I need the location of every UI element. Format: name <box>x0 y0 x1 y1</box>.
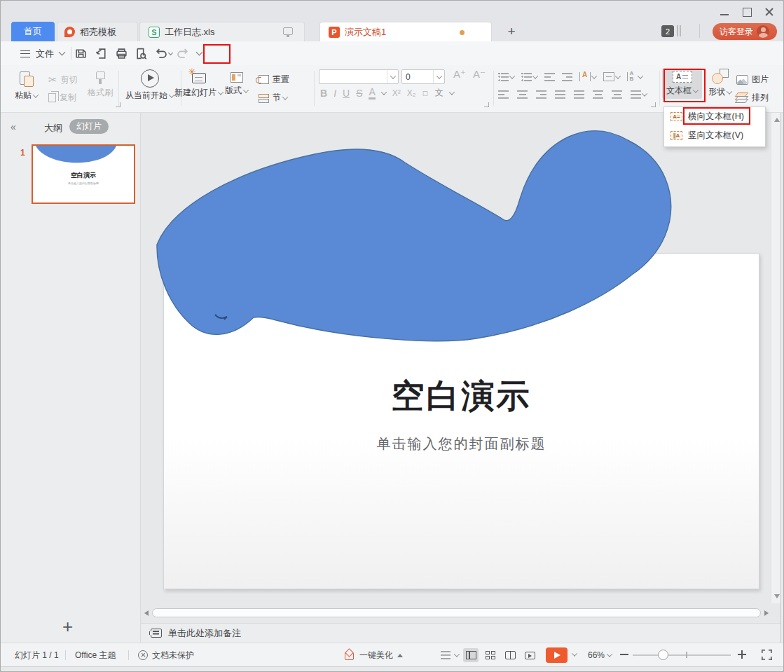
bullet-list-button[interactable] <box>498 73 514 81</box>
column-spacing-button[interactable] <box>593 90 603 99</box>
undo-chevron-icon[interactable] <box>168 50 173 55</box>
toolbar-customize-chevron-icon[interactable] <box>196 49 203 56</box>
slide-subtitle[interactable]: 单击输入您的封面副标题 <box>164 434 759 453</box>
scroll-right-icon[interactable] <box>764 610 769 616</box>
reset-button[interactable]: 重置 <box>259 74 289 85</box>
zoom-in-button[interactable] <box>738 650 746 659</box>
decrease-font-button[interactable]: A⁻ <box>473 68 486 81</box>
window-list-icon[interactable] <box>677 25 681 36</box>
text-direction-button[interactable] <box>579 72 596 81</box>
row-spacing-button[interactable] <box>612 90 622 99</box>
maximize-button[interactable] <box>743 8 752 16</box>
guest-login-button[interactable]: 访客登录 <box>713 23 777 40</box>
add-slide-button[interactable]: + <box>62 616 73 638</box>
zoom-out-button[interactable] <box>620 650 628 659</box>
pinyin-chevron-icon[interactable] <box>448 89 454 95</box>
save-icon[interactable] <box>75 48 87 60</box>
scroll-up-icon[interactable] <box>774 118 780 122</box>
format-painter-button[interactable]: 格式刷 <box>88 71 113 99</box>
strikethrough-button[interactable]: S <box>356 88 362 99</box>
justify-button[interactable] <box>555 90 565 99</box>
notes-bar[interactable]: 单击此处添加备注 <box>141 623 780 643</box>
char-spacing-button[interactable] <box>627 72 642 81</box>
slideshow-view-button[interactable] <box>522 648 537 662</box>
new-slide-button[interactable]: ✳ 新建幻灯片 <box>174 71 223 99</box>
italic-button[interactable]: I <box>333 88 336 99</box>
tab-home[interactable]: 首页 <box>11 22 55 41</box>
menu-item-horizontal-textbox[interactable]: A= 横向文本框(H) <box>664 107 765 126</box>
cut-button[interactable]: ✂剪切 <box>48 74 78 86</box>
align-left-button[interactable] <box>498 90 509 99</box>
protection-status[interactable]: 文档未保护 <box>138 643 194 667</box>
beautify-button[interactable]: 一键美化 <box>344 643 403 667</box>
window-count-badge[interactable]: 2 <box>661 25 674 37</box>
theme-label[interactable]: Office 主题 <box>75 643 116 667</box>
align-center-button[interactable] <box>517 90 528 99</box>
scroll-left-icon[interactable] <box>144 610 149 616</box>
section-button[interactable]: 节 <box>259 92 287 104</box>
slide-thumbnail-selected[interactable]: 空白演示 单击输入您的封面副标题 <box>32 144 135 204</box>
line-spacing-button[interactable] <box>631 90 647 99</box>
font-color-chevron-icon[interactable] <box>381 89 387 95</box>
tab-presentation1-active[interactable]: P 演示文稿1 <box>319 22 492 41</box>
undo-icon[interactable] <box>155 48 167 60</box>
fit-slide-button[interactable] <box>762 650 772 660</box>
numbered-list-button[interactable] <box>521 73 537 81</box>
align-text-button[interactable] <box>603 72 620 81</box>
arrange-button[interactable]: 排列 <box>736 92 769 104</box>
slide-page[interactable]: 空白演示 单击输入您的封面副标题 <box>163 253 759 589</box>
play-options-chevron-icon[interactable] <box>572 650 577 656</box>
increase-font-button[interactable]: A⁺ <box>453 68 466 81</box>
vertical-scrollbar[interactable] <box>771 113 780 603</box>
zoom-slider-track[interactable] <box>633 654 731 656</box>
increase-indent-button[interactable] <box>562 73 572 81</box>
pinyin-button[interactable]: 文 <box>435 87 443 99</box>
outline-tab[interactable]: 大纲 <box>44 122 62 135</box>
slide-title[interactable]: 空白演示 <box>164 374 759 418</box>
superscript-button[interactable]: X² <box>392 88 401 98</box>
font-name-select[interactable] <box>319 69 399 84</box>
export-icon[interactable] <box>96 48 108 60</box>
group-expand-icon[interactable] <box>651 102 656 107</box>
align-right-button[interactable] <box>536 90 546 99</box>
layout-button[interactable]: 版式 <box>225 72 248 97</box>
scroll-down-icon[interactable] <box>774 594 780 598</box>
bold-button[interactable]: B <box>320 88 327 99</box>
horizontal-scrollbar[interactable] <box>144 608 769 619</box>
print-icon[interactable] <box>116 48 128 60</box>
group-expand-icon[interactable] <box>116 102 121 107</box>
print-preview-icon[interactable] <box>135 48 147 60</box>
hamburger-icon[interactable] <box>20 50 30 57</box>
picture-button[interactable]: 图片 <box>736 74 769 85</box>
collapse-panel-button[interactable]: « <box>11 121 16 132</box>
tab-worklog-xls[interactable]: S 工作日志.xls <box>139 22 305 41</box>
group-expand-icon[interactable] <box>484 102 489 107</box>
shapes-button[interactable]: 形状 <box>708 69 731 98</box>
normal-view-button[interactable] <box>463 648 479 662</box>
redo-icon[interactable] <box>177 48 189 60</box>
reading-view-button[interactable] <box>502 648 518 662</box>
notes-placeholder[interactable]: 单击此处添加备注 <box>168 627 241 640</box>
copy-button[interactable]: 复制 <box>48 92 76 104</box>
file-chevron-icon[interactable] <box>59 49 66 56</box>
minimize-button[interactable] <box>720 8 730 16</box>
font-size-select[interactable]: 0 <box>401 69 445 84</box>
slide-sorter-button[interactable] <box>483 648 498 662</box>
file-menu[interactable]: 文件 <box>36 48 54 60</box>
textbox-button[interactable]: A 文本框 <box>662 68 702 99</box>
close-button[interactable] <box>765 8 775 16</box>
distribute-button[interactable] <box>574 90 584 99</box>
play-from-current-button[interactable]: 从当前开始 <box>125 69 174 102</box>
underline-button[interactable]: U <box>343 88 350 99</box>
horizontal-scroll-thumb[interactable] <box>152 608 761 617</box>
play-slideshow-button[interactable] <box>546 647 568 663</box>
clear-format-icon[interactable]: ◇ <box>420 87 431 98</box>
slides-tab-active[interactable]: 幻灯片 <box>69 119 109 134</box>
subscript-button[interactable]: X₂ <box>407 88 416 98</box>
zoom-slider-knob[interactable] <box>658 650 668 660</box>
paste-button[interactable]: 粘贴 <box>15 71 38 102</box>
decrease-indent-button[interactable] <box>544 73 555 81</box>
new-tab-button[interactable]: + <box>504 24 519 39</box>
notes-toggle-button[interactable] <box>441 643 459 667</box>
tab-docer-templates[interactable]: 稻壳模板 <box>57 22 138 41</box>
